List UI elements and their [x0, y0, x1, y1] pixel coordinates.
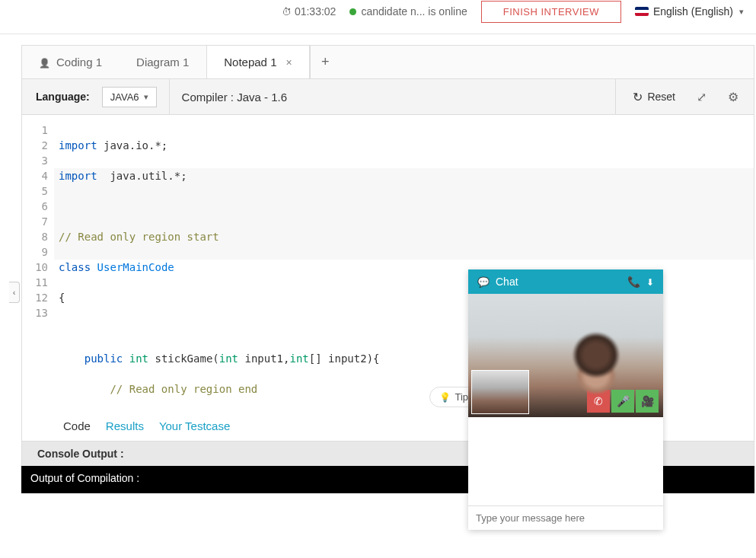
finish-interview-button[interactable]: FINISH INTERVIEW	[481, 1, 621, 23]
hangup-button[interactable]	[587, 390, 610, 413]
phone-icon[interactable]	[627, 276, 640, 288]
tips-label: Tip	[455, 391, 468, 403]
reset-label: Reset	[647, 91, 675, 103]
flag-icon	[635, 7, 649, 16]
camera-icon	[641, 395, 654, 407]
tab-notepad-label: Notepad 1	[224, 56, 276, 69]
chat-title: Chat	[496, 276, 518, 288]
clock-icon	[282, 5, 292, 18]
subtab-code[interactable]: Code	[63, 419, 91, 435]
video-chat-panel: Chat	[468, 269, 663, 530]
chat-icon	[477, 276, 490, 288]
video-self-pip[interactable]	[471, 370, 529, 414]
locale-label: English (English)	[653, 5, 733, 18]
status-text: candidate n... is online	[361, 5, 467, 18]
language-value: JAVA6	[110, 91, 139, 103]
compiler-text: Compiler : Java - 1.6	[182, 91, 287, 104]
add-tab-button[interactable]: +	[310, 46, 340, 78]
collapse-icon[interactable]	[646, 276, 654, 288]
editor-toolbar: Language: JAVA6 Compiler : Java - 1.6 Re…	[21, 78, 754, 115]
expand-icon[interactable]	[692, 87, 711, 107]
video-controls	[587, 390, 659, 413]
timer-text: 01:33:02	[295, 5, 337, 18]
divider	[169, 79, 170, 114]
camera-button[interactable]	[636, 390, 659, 413]
language-select[interactable]: JAVA6	[102, 87, 157, 107]
status-dot-icon	[349, 8, 356, 15]
close-icon[interactable]: ×	[285, 56, 292, 69]
subtab-testcase[interactable]: Your Testcase	[159, 419, 230, 435]
timer: 01:33:02	[282, 5, 337, 18]
chat-header[interactable]: Chat	[468, 269, 663, 294]
divider	[615, 79, 616, 114]
workspace-tabs: Coding 1 Diagram 1 Notepad 1 × +	[21, 45, 754, 78]
sidebar-collapse-handle[interactable]: ‹	[9, 282, 20, 303]
mic-button[interactable]	[611, 390, 634, 413]
language-label: Language:	[36, 91, 90, 103]
reset-icon	[633, 90, 643, 104]
chat-input[interactable]	[468, 505, 663, 530]
locale-selector[interactable]: English (English)	[635, 5, 744, 18]
video-main	[468, 294, 663, 417]
hangup-icon	[594, 395, 603, 407]
subtab-results[interactable]: Results	[106, 419, 144, 435]
tab-coding[interactable]: Coding 1	[22, 46, 120, 78]
chat-messages	[468, 417, 663, 530]
online-status: candidate n... is online	[349, 5, 467, 18]
tab-coding-label: Coding 1	[56, 56, 102, 69]
gear-icon[interactable]	[723, 87, 743, 107]
tab-diagram-label: Diagram 1	[136, 56, 189, 69]
tab-diagram[interactable]: Diagram 1	[120, 46, 206, 78]
reset-button[interactable]: Reset	[628, 87, 680, 107]
person-icon	[39, 56, 50, 69]
tab-notepad[interactable]: Notepad 1 ×	[206, 46, 309, 78]
gutter: 1 2 3 4 5 6 7 8 9 10 11 12 13	[22, 115, 54, 412]
mic-icon	[617, 395, 630, 407]
